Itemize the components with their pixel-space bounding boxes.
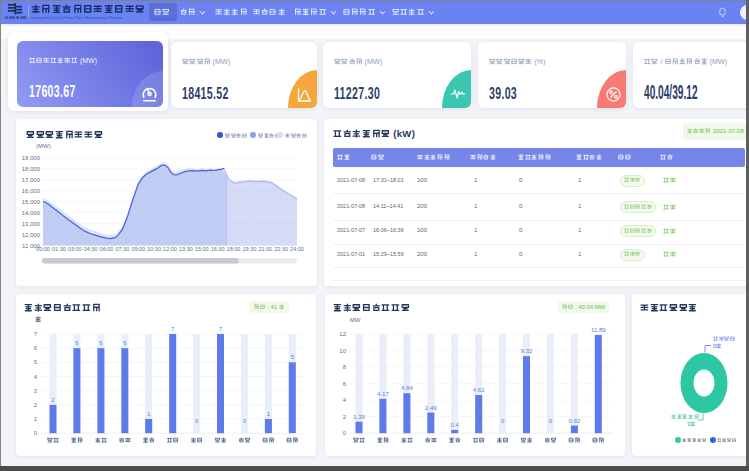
- svg-text:21:00: 21:00: [258, 246, 272, 252]
- svg-text:0: 0: [343, 430, 347, 436]
- svg-text:04:30: 04:30: [84, 246, 98, 252]
- svg-text:12: 12: [339, 331, 346, 337]
- svg-text:0.92: 0.92: [569, 418, 581, 424]
- svg-text:07:30: 07:30: [116, 246, 130, 252]
- svg-text:22:30: 22:30: [274, 246, 288, 252]
- svg-text:2: 2: [34, 402, 38, 408]
- svg-text:MW: MW: [350, 317, 361, 323]
- svg-text:3: 3: [34, 388, 38, 394]
- svg-text:4.84: 4.84: [401, 385, 413, 391]
- svg-text:1: 1: [34, 416, 38, 422]
- svg-text:0.4: 0.4: [451, 422, 460, 428]
- svg-text:6: 6: [343, 381, 347, 387]
- svg-text:15:00: 15:00: [195, 246, 209, 252]
- svg-text:4: 4: [343, 397, 347, 403]
- svg-text:10: 10: [339, 348, 346, 354]
- svg-text:18,000: 18,000: [22, 166, 41, 172]
- svg-text:12,000: 12,000: [22, 232, 41, 238]
- svg-text:17,000: 17,000: [22, 177, 41, 183]
- svg-text:12:00: 12:00: [163, 246, 177, 252]
- svg-text:24:00: 24:00: [290, 246, 304, 252]
- svg-text:4: 4: [34, 374, 38, 380]
- svg-text:11.89: 11.89: [591, 327, 606, 333]
- svg-text:15,000: 15,000: [22, 199, 41, 205]
- svg-text:1.39: 1.39: [353, 414, 365, 420]
- svg-text:7: 7: [34, 331, 38, 337]
- svg-text:(MW): (MW): [36, 143, 51, 149]
- svg-text:10:30: 10:30: [147, 246, 161, 252]
- svg-text:18:00: 18:00: [227, 246, 241, 252]
- svg-text:4.62: 4.62: [473, 387, 485, 393]
- svg-text:19,000: 19,000: [22, 155, 41, 161]
- svg-text:16,000: 16,000: [22, 188, 41, 194]
- svg-text:14,000: 14,000: [22, 210, 41, 216]
- svg-text:00:00: 00:00: [36, 246, 50, 252]
- svg-text:8: 8: [343, 364, 347, 370]
- svg-text:7: 7: [219, 326, 223, 332]
- svg-text:01:30: 01:30: [52, 246, 66, 252]
- svg-text:13:30: 13:30: [179, 246, 193, 252]
- svg-text:4.17: 4.17: [377, 391, 389, 397]
- svg-text:5: 5: [34, 359, 38, 365]
- svg-text:9.32: 9.32: [521, 348, 533, 354]
- svg-text:0: 0: [34, 430, 38, 436]
- svg-text:2: 2: [343, 414, 347, 420]
- svg-text:2.49: 2.49: [425, 405, 437, 411]
- svg-text:16:30: 16:30: [211, 246, 225, 252]
- svg-text:7: 7: [171, 326, 175, 332]
- svg-text:6: 6: [34, 345, 38, 351]
- svg-text:09:00: 09:00: [131, 246, 145, 252]
- svg-text:06:00: 06:00: [100, 246, 114, 252]
- svg-text:03:00: 03:00: [68, 246, 82, 252]
- svg-text:13,000: 13,000: [22, 221, 41, 227]
- svg-text:19:30: 19:30: [243, 246, 257, 252]
